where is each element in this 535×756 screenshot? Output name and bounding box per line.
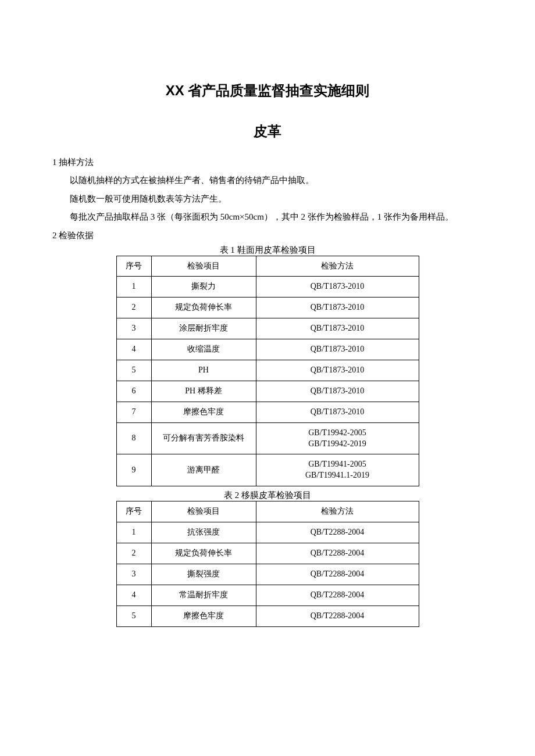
table-cell: 游离甲醛 bbox=[151, 454, 256, 486]
table-cell: 规定负荷伸长率 bbox=[151, 543, 256, 564]
table-1-caption: 表 1 鞋面用皮革检验项目 bbox=[52, 245, 483, 256]
table-cell: 规定负荷伸长率 bbox=[151, 298, 256, 318]
table-row: 序号 检验项目 检验方法 bbox=[116, 501, 419, 522]
table-cell: 5 bbox=[116, 360, 151, 381]
table-cell: QB/T1873-2010 bbox=[256, 381, 419, 402]
table-cell: 3 bbox=[116, 318, 151, 339]
document-page: XX 省产品质量监督抽查实施细则 皮革 1 抽样方法 以随机抽样的方式在被抽样生… bbox=[0, 0, 535, 676]
table-header-cell: 检验项目 bbox=[151, 256, 256, 277]
table-cell: 可分解有害芳香胺染料 bbox=[151, 422, 256, 454]
table-cell: QB/T1873-2010 bbox=[256, 277, 419, 298]
section-2-heading: 2 检验依据 bbox=[52, 230, 483, 241]
table-header-cell: 序号 bbox=[116, 501, 151, 522]
table-cell: PH 稀释差 bbox=[151, 381, 256, 402]
table-cell: 4 bbox=[116, 339, 151, 360]
table-cell: 6 bbox=[116, 381, 151, 402]
table-header-cell: 序号 bbox=[116, 256, 151, 277]
table-header-cell: 检验方法 bbox=[256, 256, 419, 277]
table-row: 4 常温耐折牢度 QB/T2288-2004 bbox=[116, 585, 419, 605]
table-row: 5 摩擦色牢度 QB/T2288-2004 bbox=[116, 605, 419, 626]
document-subtitle: 皮革 bbox=[52, 122, 483, 141]
table-cell: QB/T2288-2004 bbox=[256, 522, 419, 543]
section-1-heading: 1 抽样方法 bbox=[52, 157, 483, 168]
table-cell: PH bbox=[151, 360, 256, 381]
table-row: 8 可分解有害芳香胺染料 GB/T19942-2005GB/T19942-201… bbox=[116, 422, 419, 454]
table-cell: 9 bbox=[116, 454, 151, 486]
table-cell: QB/T1873-2010 bbox=[256, 339, 419, 360]
table-cell: 收缩温度 bbox=[151, 339, 256, 360]
table-cell: 撕裂力 bbox=[151, 277, 256, 298]
table-cell: 涂层耐折牢度 bbox=[151, 318, 256, 339]
table-row: 3 撕裂强度 QB/T2288-2004 bbox=[116, 564, 419, 585]
table-row: 5 PH QB/T1873-2010 bbox=[116, 360, 419, 381]
table-row: 2 规定负荷伸长率 QB/T1873-2010 bbox=[116, 298, 419, 318]
table-cell: 2 bbox=[116, 298, 151, 318]
table-cell: 7 bbox=[116, 402, 151, 422]
table-header-cell: 检验项目 bbox=[151, 501, 256, 522]
table-cell: 撕裂强度 bbox=[151, 564, 256, 585]
table-cell: QB/T1873-2010 bbox=[256, 298, 419, 318]
table-1: 序号 检验项目 检验方法 1 撕裂力 QB/T1873-2010 2 规定负荷伸… bbox=[116, 256, 419, 487]
table-cell: QB/T1873-2010 bbox=[256, 318, 419, 339]
table-cell: 摩擦色牢度 bbox=[151, 605, 256, 626]
table-row: 4 收缩温度 QB/T1873-2010 bbox=[116, 339, 419, 360]
table-row: 9 游离甲醛 GB/T19941-2005GB/T19941.1-2019 bbox=[116, 454, 419, 486]
table-row: 序号 检验项目 检验方法 bbox=[116, 256, 419, 277]
section-1-paragraph-2: 随机数一般可使用随机数表等方法产生。 bbox=[52, 190, 483, 209]
table-cell: 5 bbox=[116, 605, 151, 626]
table-2: 序号 检验项目 检验方法 1 抗张强度 QB/T2288-2004 2 规定负荷… bbox=[116, 501, 419, 626]
document-title: XX 省产品质量监督抽查实施细则 bbox=[52, 81, 483, 100]
table-cell: GB/T19942-2005GB/T19942-2019 bbox=[256, 422, 419, 454]
table-cell: 摩擦色牢度 bbox=[151, 402, 256, 422]
section-1-paragraph-1: 以随机抽样的方式在被抽样生产者、销售者的待销产品中抽取。 bbox=[52, 171, 483, 190]
table-row: 2 规定负荷伸长率 QB/T2288-2004 bbox=[116, 543, 419, 564]
table-cell: QB/T2288-2004 bbox=[256, 564, 419, 585]
table-cell: QB/T2288-2004 bbox=[256, 543, 419, 564]
table-header-cell: 检验方法 bbox=[256, 501, 419, 522]
table-cell: 8 bbox=[116, 422, 151, 454]
table-cell: 抗张强度 bbox=[151, 522, 256, 543]
table-cell: QB/T2288-2004 bbox=[256, 605, 419, 626]
table-cell: 1 bbox=[116, 522, 151, 543]
table-cell: QB/T1873-2010 bbox=[256, 360, 419, 381]
table-cell: QB/T1873-2010 bbox=[256, 402, 419, 422]
table-cell: 4 bbox=[116, 585, 151, 605]
table-cell: 3 bbox=[116, 564, 151, 585]
table-cell: GB/T19941-2005GB/T19941.1-2019 bbox=[256, 454, 419, 486]
section-1-paragraph-3: 每批次产品抽取样品 3 张（每张面积为 50cm×50cm），其中 2 张作为检… bbox=[52, 208, 483, 227]
table-cell: 常温耐折牢度 bbox=[151, 585, 256, 605]
table-row: 1 抗张强度 QB/T2288-2004 bbox=[116, 522, 419, 543]
table-cell: QB/T2288-2004 bbox=[256, 585, 419, 605]
table-row: 6 PH 稀释差 QB/T1873-2010 bbox=[116, 381, 419, 402]
table-cell: 2 bbox=[116, 543, 151, 564]
table-cell: 1 bbox=[116, 277, 151, 298]
table-row: 3 涂层耐折牢度 QB/T1873-2010 bbox=[116, 318, 419, 339]
table-row: 7 摩擦色牢度 QB/T1873-2010 bbox=[116, 402, 419, 422]
table-2-caption: 表 2 移膜皮革检验项目 bbox=[52, 490, 483, 501]
table-row: 1 撕裂力 QB/T1873-2010 bbox=[116, 277, 419, 298]
